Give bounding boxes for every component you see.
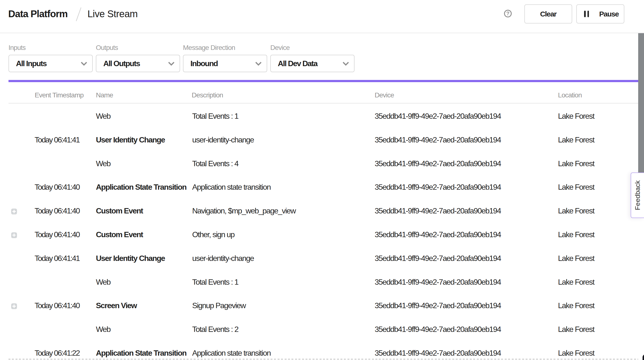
svg-text:?: ?	[506, 10, 509, 16]
